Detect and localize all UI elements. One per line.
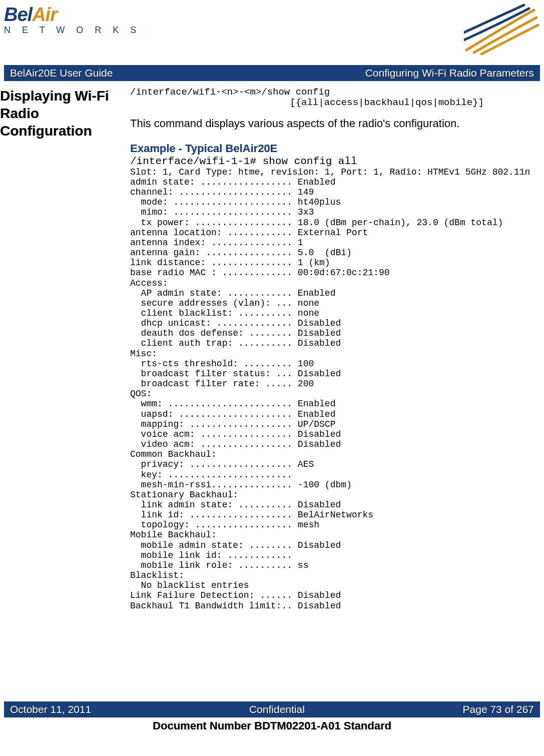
header-area: BelAir N E T W O R K S	[0, 0, 544, 65]
chapter-title: Configuring Wi-Fi Radio Parameters	[365, 67, 534, 79]
logo-part-air: Air	[32, 4, 57, 25]
logo-part-bel: Bel	[4, 4, 32, 25]
command-description: This command displays various aspects of…	[130, 117, 540, 130]
section-heading: Displaying Wi-Fi Radio Configuration	[0, 87, 125, 140]
example-output: Slot: 1, Card Type: htme, revision: 1, P…	[130, 167, 540, 611]
logo-main-text: BelAir	[4, 5, 141, 24]
guide-title: BelAir20E User Guide	[10, 67, 113, 79]
logo-belair-networks: BelAir N E T W O R K S	[4, 5, 141, 36]
right-column: /interface/wifi-<n>-<m>/show config [{al…	[130, 87, 540, 701]
footer-confidential: Confidential	[249, 703, 305, 715]
command-syntax: /interface/wifi-<n>-<m>/show config [{al…	[130, 87, 540, 108]
document-number: Document Number BDTM02201-A01 Standard	[0, 717, 544, 735]
title-bar: BelAir20E User Guide Configuring Wi-Fi R…	[4, 65, 540, 81]
swoosh-icon	[464, 3, 539, 55]
example-heading: Example - Typical BelAir20E	[130, 142, 540, 155]
example-command: /interface/wifi-1-1# show config all	[130, 156, 540, 167]
page: BelAir N E T W O R K S BelAir20E User Gu…	[0, 0, 544, 735]
footer-bar: October 11, 2011 Confidential Page 73 of…	[4, 701, 540, 717]
footer-date: October 11, 2011	[10, 703, 91, 715]
content-area: Displaying Wi-Fi Radio Configuration /in…	[0, 81, 544, 701]
footer-page-number: Page 73 of 267	[463, 703, 534, 715]
logo-sub-text: N E T W O R K S	[4, 25, 141, 36]
left-column: Displaying Wi-Fi Radio Configuration	[0, 87, 130, 701]
